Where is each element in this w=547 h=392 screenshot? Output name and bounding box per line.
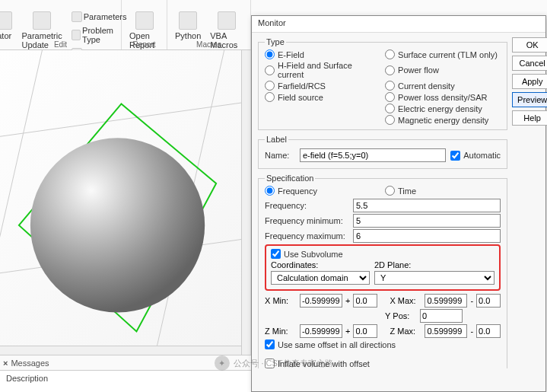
xmin-input[interactable] <box>300 294 342 308</box>
ribbon-group-macros: Macros <box>167 40 250 49</box>
parameters-button[interactable]: Parameters <box>68 10 130 24</box>
name-input[interactable] <box>300 148 446 162</box>
radio-farfield[interactable]: Farfield/RCS <box>265 81 380 91</box>
svg-line-0 <box>0 96 250 142</box>
inflate-check[interactable]: Inflate volume with offset <box>265 359 501 368</box>
close-icon[interactable]: × <box>3 359 8 368</box>
ribbon-group-edit: Edit <box>0 40 121 49</box>
messages-label: Messages <box>11 359 49 368</box>
radio-menergy[interactable]: Magnetic energy density <box>385 115 501 125</box>
specification-fieldset: Specification Frequency Time Frequency: … <box>258 174 507 368</box>
zmax-label: Z Max: <box>390 327 421 336</box>
viewport-hscroll[interactable] <box>0 346 241 355</box>
zmax-offset[interactable] <box>476 324 501 338</box>
type-legend: Type <box>265 37 286 46</box>
help-button[interactable]: Help <box>512 110 547 126</box>
zmax-input[interactable] <box>425 324 467 338</box>
zmin-label: Z Min: <box>265 327 297 336</box>
radio-fieldsource[interactable]: Field source <box>265 92 380 102</box>
automatic-check[interactable]: Automatic <box>450 151 501 161</box>
xmax-input[interactable] <box>425 294 467 308</box>
python-button[interactable]: Python <box>172 10 204 42</box>
coords-select[interactable]: Calculation domain <box>271 271 370 285</box>
xmin-offset[interactable] <box>353 294 377 308</box>
radio-powerflow[interactable]: Power flow <box>385 61 501 79</box>
radio-efield[interactable]: E-Field <box>265 49 380 59</box>
xmin-label: X Min: <box>265 296 297 305</box>
label-legend: Label <box>265 135 288 144</box>
apply-button[interactable]: Apply <box>512 74 547 89</box>
svg-point-5 <box>30 138 205 312</box>
xmax-offset[interactable] <box>476 294 501 308</box>
zmin-input[interactable] <box>300 324 342 338</box>
xmax-label: X Max: <box>390 296 421 305</box>
subvolume-highlight: Use Subvolume Coordinates: 2D Plane: Cal… <box>265 244 501 291</box>
radio-surface-current[interactable]: Surface current (TLM only) <box>385 49 501 59</box>
cancel-button[interactable]: Cancel <box>512 56 547 71</box>
dialog-title: Monitor <box>252 16 545 33</box>
ypos-label: Y Pos: <box>385 311 417 320</box>
plane-select[interactable]: Y <box>374 271 495 285</box>
use-subvolume-check[interactable]: Use Subvolume <box>271 249 495 259</box>
coords-label: Coordinates: <box>271 260 370 269</box>
name-label: Name: <box>265 151 295 160</box>
type-fieldset: Type E-Field Surface current (TLM only) … <box>258 37 507 130</box>
fmin-input[interactable] <box>353 214 501 228</box>
radio-current-density[interactable]: Current density <box>385 81 501 91</box>
preview-button[interactable]: Preview <box>512 92 547 107</box>
spec-legend: Specification <box>265 174 315 183</box>
viewport-3d[interactable] <box>0 50 251 355</box>
viewport-vscroll[interactable] <box>241 50 250 355</box>
radio-frequency[interactable]: Frequency <box>265 186 380 196</box>
same-offset-check[interactable]: Use same offset in all directions <box>265 339 501 349</box>
plane-label: 2D Plane: <box>374 260 495 269</box>
label-fieldset: Label Name: Automatic <box>258 135 507 169</box>
monitor-dialog: Monitor Type E-Field Surface current (TL… <box>251 15 546 392</box>
ok-button[interactable]: OK <box>512 37 547 53</box>
fmax-input[interactable] <box>353 229 501 243</box>
radio-hfield[interactable]: H-Field and Surface current <box>265 61 380 79</box>
ribbon-group-report: Report <box>122 40 167 49</box>
fmax-label: Frequency maximum: <box>265 231 348 241</box>
radio-time[interactable]: Time <box>385 186 501 196</box>
radio-powerloss[interactable]: Power loss density/SAR <box>385 92 501 102</box>
description-tab[interactable]: Description <box>0 370 251 391</box>
freq-label: Frequency: <box>265 201 348 210</box>
messages-panel-header[interactable]: × Messages <box>0 355 251 370</box>
radio-eenergy[interactable]: Electric energy density <box>385 104 501 113</box>
calculator-button[interactable]: lator <box>0 10 15 42</box>
ypos-input[interactable] <box>420 309 463 323</box>
fmin-label: Frequency minimum: <box>265 216 348 225</box>
freq-input[interactable] <box>353 199 501 212</box>
zmin-offset[interactable] <box>353 324 377 338</box>
